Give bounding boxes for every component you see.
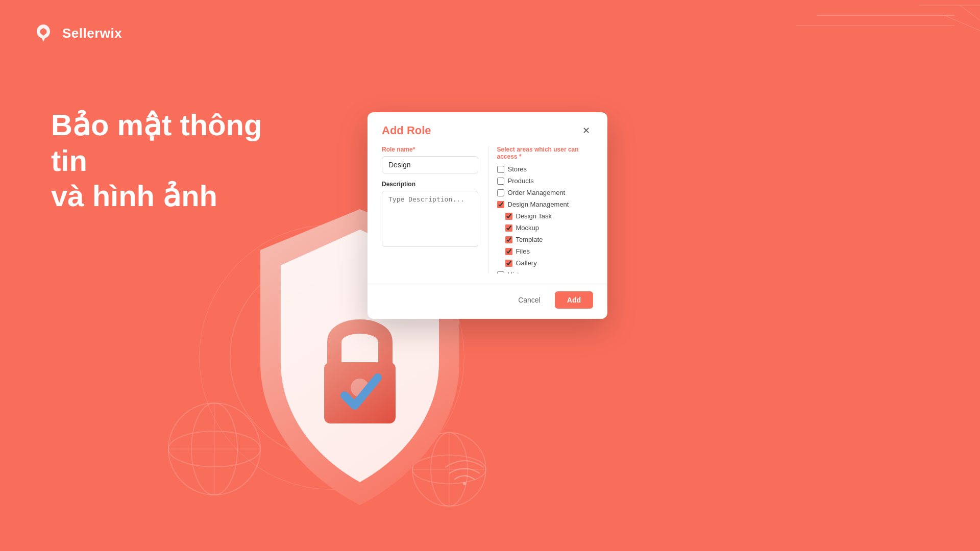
svg-line-4 xyxy=(960,5,980,20)
access-label: Select areas which user can access * xyxy=(497,146,594,160)
dialog-header: Add Role ✕ xyxy=(368,112,607,146)
checkbox-gallery[interactable]: Gallery xyxy=(497,259,594,267)
checkbox-history[interactable]: History xyxy=(497,271,594,273)
checkbox-products[interactable]: Products xyxy=(497,177,594,185)
dialog-title: Add Role xyxy=(382,124,431,137)
checkbox-gallery-input[interactable] xyxy=(505,260,512,267)
corner-decoration-tr xyxy=(766,0,980,61)
dialog-body: Role name* Description Select areas whic… xyxy=(368,146,607,284)
checkbox-products-input[interactable] xyxy=(497,178,504,185)
role-name-label: Role name* xyxy=(382,146,478,153)
checkbox-template[interactable]: Template xyxy=(497,236,594,243)
checkbox-files[interactable]: Files xyxy=(497,247,594,255)
checkbox-design-task-input[interactable] xyxy=(505,213,512,220)
logo-icon xyxy=(31,20,56,46)
svg-line-3 xyxy=(944,15,980,31)
brand-name: Sellerwix xyxy=(62,26,122,41)
add-button[interactable]: Add xyxy=(555,291,593,309)
checkbox-stores[interactable]: Stores xyxy=(497,165,594,173)
cancel-button[interactable]: Cancel xyxy=(510,292,549,308)
close-button[interactable]: ✕ xyxy=(579,123,593,138)
description-label: Description xyxy=(382,181,478,188)
dialog-footer: Cancel Add xyxy=(368,284,607,319)
add-role-dialog: Add Role ✕ Role name* Description Select… xyxy=(368,112,607,319)
checkbox-design-management-input[interactable] xyxy=(497,201,504,208)
description-textarea[interactable] xyxy=(382,191,478,247)
checkbox-stores-input[interactable] xyxy=(497,166,504,173)
dialog-left-panel: Role name* Description xyxy=(382,146,488,273)
checkbox-design-management[interactable]: Design Management xyxy=(497,201,594,208)
checkbox-order-management[interactable]: Order Management xyxy=(497,189,594,196)
permissions-panel: Select areas which user can access * Sto… xyxy=(488,146,594,273)
role-name-input[interactable] xyxy=(382,156,478,173)
checkbox-order-management-input[interactable] xyxy=(497,189,504,196)
checkbox-mockup-input[interactable] xyxy=(505,224,512,232)
checkbox-files-input[interactable] xyxy=(505,248,512,255)
checkbox-history-input[interactable] xyxy=(497,271,504,274)
checkbox-template-input[interactable] xyxy=(505,236,512,243)
header: Sellerwix xyxy=(31,20,122,46)
checkbox-design-task[interactable]: Design Task xyxy=(497,212,594,220)
heading-line1: Bảo mật thông tin xyxy=(51,107,306,178)
checkbox-mockup[interactable]: Mockup xyxy=(497,224,594,232)
